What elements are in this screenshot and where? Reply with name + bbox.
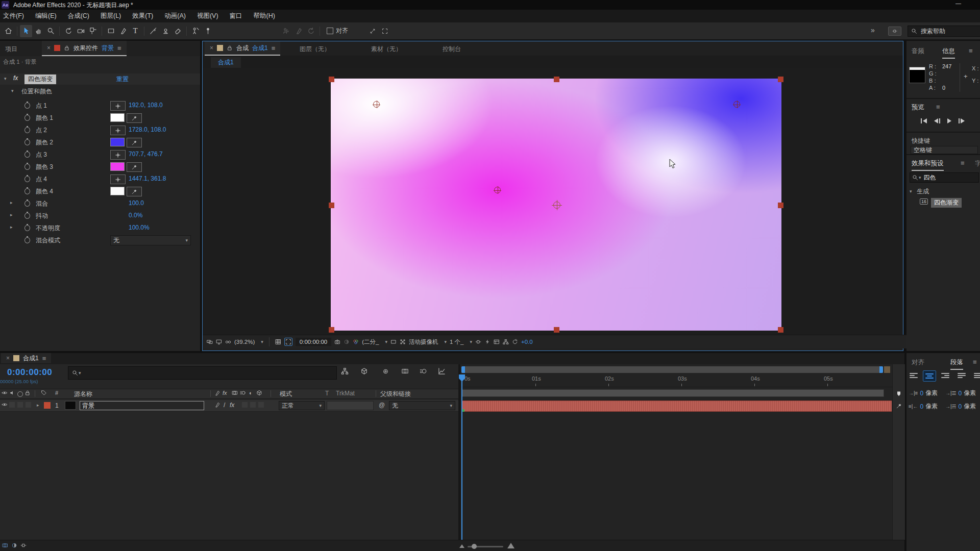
effects-category-label[interactable]: 生成 <box>917 187 929 196</box>
tab-info[interactable]: 信息 <box>942 47 955 59</box>
pen-tool[interactable] <box>117 25 129 37</box>
tab-project[interactable]: 项目 <box>5 45 17 54</box>
zoom-slider-handle[interactable] <box>472 544 477 549</box>
selection-handle-tr[interactable] <box>778 77 783 82</box>
menu-effect[interactable]: 效果(T) <box>132 12 153 20</box>
gradient-point-2[interactable] <box>733 101 740 108</box>
work-area-bar[interactable] <box>461 389 884 397</box>
hand-tool[interactable] <box>32 25 44 37</box>
previous-frame-button[interactable] <box>934 118 940 123</box>
panel-menu-icon[interactable]: ≡ <box>117 44 121 52</box>
playhead-line[interactable] <box>461 374 462 540</box>
category-expand-chevron[interactable]: ▾ <box>910 189 912 194</box>
viewer-pasteboard[interactable] <box>203 68 903 335</box>
menu-layer[interactable]: 图层(L) <box>101 12 121 20</box>
stopwatch-icon[interactable] <box>24 115 30 121</box>
color-swatch[interactable] <box>110 187 125 195</box>
toggle-switches-pane-icon[interactable] <box>2 542 8 550</box>
rectangle-tool[interactable] <box>105 25 117 37</box>
stopwatch-icon[interactable] <box>24 103 30 109</box>
panel-menu-icon[interactable]: ≡ <box>973 358 977 366</box>
menu-view[interactable]: 视图(V) <box>197 12 218 20</box>
color-swatch[interactable] <box>110 113 125 122</box>
layer-expand-chevron[interactable]: ▸ <box>37 403 39 408</box>
indent-right-value[interactable]: 0 <box>920 403 923 410</box>
view-options-icon[interactable] <box>225 339 231 345</box>
composition-mini-flowchart-icon[interactable] <box>341 367 349 377</box>
property-value[interactable]: 192.0, 108.0 <box>129 102 163 109</box>
layer-switch-box[interactable] <box>242 402 248 408</box>
eyedropper-button[interactable] <box>127 187 142 196</box>
effect-group-row[interactable]: ▾ 位置和颜色 <box>0 86 200 97</box>
layer-quality-switch[interactable] <box>214 402 220 409</box>
space-before-value[interactable]: 0 <box>959 390 962 397</box>
region-select-icon[interactable] <box>379 25 391 37</box>
next-frame-button[interactable] <box>959 118 965 123</box>
toggle-inout-pane-icon[interactable] <box>20 542 27 550</box>
active-camera-dropdown[interactable]: 活动摄像机 <box>409 338 438 346</box>
layer-mode-dropdown[interactable]: 正常 ▾ <box>279 401 325 410</box>
show-channels-icon[interactable] <box>353 339 359 345</box>
comp-flowchart-icon[interactable] <box>503 339 509 345</box>
stopwatch-icon[interactable] <box>24 237 30 243</box>
gradient-point-3[interactable] <box>494 187 501 193</box>
selection-handle-tl[interactable] <box>329 77 334 82</box>
stopwatch-icon[interactable] <box>24 127 30 133</box>
property-value[interactable]: 1447.1, 361.8 <box>129 175 166 182</box>
menu-help[interactable]: 帮助(H) <box>254 12 275 20</box>
comp-tab[interactable]: 合成1 <box>211 57 241 68</box>
draft-3d-icon[interactable] <box>360 367 368 377</box>
tab-flowchart[interactable]: 控制台 <box>443 45 461 54</box>
layer-duration-bar[interactable] <box>461 400 892 412</box>
color-swatch[interactable] <box>110 162 125 171</box>
expand-chevron[interactable]: ▸ <box>10 212 13 217</box>
magnification-dropdown[interactable]: (39.2%) <box>234 339 255 345</box>
expand-chevron[interactable]: ▸ <box>10 200 13 205</box>
preview-panel-title[interactable]: 预览 <box>912 103 924 112</box>
play-button[interactable] <box>947 118 951 123</box>
snapshot-icon[interactable] <box>334 339 340 345</box>
layer-name-editbox[interactable]: 背景 <box>80 401 204 410</box>
effect-point-button[interactable] <box>110 101 126 111</box>
align-center-button[interactable] <box>923 370 936 382</box>
frame-blending-icon[interactable] <box>401 367 409 377</box>
dual-monitor-icon[interactable] <box>207 339 213 345</box>
close-tab-icon[interactable]: × <box>47 44 51 52</box>
t-column-header[interactable]: T <box>325 390 329 397</box>
justify-last-left-button[interactable] <box>955 370 968 381</box>
layer-visibility-toggle[interactable] <box>2 402 8 409</box>
time-navigator[interactable] <box>461 366 883 373</box>
layer-fx-switch[interactable]: fx <box>230 402 234 409</box>
camera-tool[interactable] <box>75 25 87 37</box>
group-expand-chevron[interactable]: ▾ <box>11 88 14 93</box>
blend-mode-dropdown[interactable]: 无 ▾ <box>110 235 191 245</box>
layer-switch-box[interactable] <box>258 402 264 408</box>
close-tab-icon[interactable]: × <box>210 44 213 52</box>
tab-effects-presets[interactable]: 效果和预设 <box>912 159 944 171</box>
stopwatch-icon[interactable] <box>24 201 30 207</box>
space-after-value[interactable]: 0 <box>959 403 962 410</box>
clone-stamp-tool[interactable] <box>159 25 172 37</box>
stopwatch-icon[interactable] <box>24 176 30 182</box>
selection-handle-ml[interactable] <box>329 203 334 208</box>
layer-label-chip[interactable] <box>44 402 51 409</box>
selection-handle-br[interactable] <box>778 327 783 333</box>
tab-footage[interactable]: 素材（无） <box>371 45 402 54</box>
composition-canvas[interactable] <box>331 79 781 331</box>
snap-checkbox[interactable]: 对齐 <box>327 27 348 35</box>
workspace-settings-button[interactable] <box>888 27 901 36</box>
stopwatch-icon[interactable] <box>24 152 30 158</box>
panel-menu-icon[interactable]: ≡ <box>42 355 46 362</box>
gradient-point-1[interactable] <box>373 101 380 108</box>
layer-audio-toggle[interactable] <box>9 402 15 408</box>
panel-menu-icon[interactable]: ≡ <box>961 159 965 167</box>
reset-exposure-icon[interactable] <box>512 339 518 345</box>
layer-collapse-switch[interactable]: / <box>224 402 225 409</box>
roto-brush-tool[interactable] <box>189 25 202 37</box>
source-name-column-header[interactable]: 源名称 <box>74 390 92 398</box>
help-search-box[interactable]: 搜索帮助 <box>908 26 980 37</box>
parent-link-column-header[interactable]: 父级和链接 <box>380 390 411 398</box>
effect-reset-link[interactable]: 重置 <box>116 75 129 84</box>
expand-workspace-icon[interactable] <box>366 25 379 37</box>
puppet-pin-tool[interactable] <box>202 25 214 37</box>
